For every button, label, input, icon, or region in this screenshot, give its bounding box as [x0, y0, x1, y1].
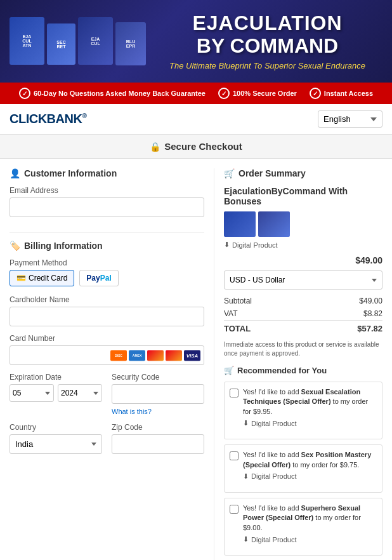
currency-selector[interactable]: USD - US Dollar EUR - Euro GBP - British…: [224, 270, 382, 290]
paypal-logo: PayPal: [86, 274, 111, 283]
subtotal-row: Subtotal $49.00: [224, 295, 382, 307]
main-content: 👤 Customer Information Email Address 🏷️ …: [0, 159, 392, 560]
product-thumbnail-1: [224, 211, 256, 237]
banner-tagline: The Ultimate Blueprint To Superior Sexua…: [152, 61, 382, 70]
country-label: Country: [10, 423, 102, 432]
book-cover-1: EJACULATN: [10, 17, 44, 65]
total-row: TOTAL $57.82: [224, 321, 382, 336]
order-totals-table: Subtotal $49.00 VAT $8.82 TOTAL $57.82: [224, 295, 382, 335]
payment-method-label: Payment Method: [10, 258, 204, 267]
product-name: EjaculationByCommand With Bonuses: [224, 186, 382, 206]
product-image-area: [224, 211, 382, 237]
download-icon-u2: ⬇: [243, 472, 249, 481]
amex-icon: AMEX: [129, 350, 145, 361]
upsell-digital-3: ⬇ Digital Product: [243, 535, 377, 543]
upsell-text-2: Yes! I'd like to add Sex Position Master…: [243, 450, 377, 470]
cardholder-input[interactable]: [10, 307, 204, 326]
hero-banner: EJACULATN SECRET EJACUL BLUEPR EJACULATI…: [0, 0, 392, 83]
mastercard-icon: [166, 350, 182, 361]
tag-icon: 🏷️: [10, 241, 20, 251]
star-icon: 🛒: [224, 366, 234, 375]
expiry-month-select[interactable]: 01020304 050607 0809101112: [10, 384, 54, 402]
cart-icon: 🛒: [224, 168, 235, 178]
guarantee-item-1: ✓ 60-Day No Questions Asked Money Back G…: [19, 88, 206, 99]
download-icon: ⬇: [224, 241, 230, 249]
credit-card-icon: 💳: [16, 274, 26, 283]
upsell-text-3: Yes! I'd like to add Superhero Sexual Po…: [243, 503, 377, 533]
expiry-security-row: Expiration Date 01020304 050607 08091011…: [10, 373, 204, 415]
vat-label: VAT: [224, 307, 307, 321]
language-selector[interactable]: English Spanish French German Portuguese: [318, 110, 382, 128]
vat-value: $8.82: [307, 307, 382, 321]
country-column: Country India United States United Kingd…: [10, 423, 102, 462]
security-code-label: Security Code: [112, 373, 204, 382]
check-icon-2: ✓: [218, 88, 230, 99]
product-thumbnail-2: [258, 211, 290, 237]
zip-label: Zip Code: [112, 423, 204, 432]
total-value: $57.82: [307, 321, 382, 336]
recommended-header: 🛒 Recommended for You: [224, 366, 382, 375]
upsell-checkbox-2[interactable]: [230, 451, 238, 460]
right-column: 🛒 Order Summary EjaculationByCommand Wit…: [214, 168, 382, 560]
guarantee-item-2: ✓ 100% Secure Order: [218, 88, 297, 99]
customer-info-header: 👤 Customer Information: [10, 168, 204, 178]
email-input[interactable]: [10, 197, 204, 217]
maestro-icon: [147, 350, 164, 361]
zip-input[interactable]: [112, 434, 204, 454]
clickbank-logo: CLICKBANK®: [10, 112, 86, 126]
expiry-column: Expiration Date 01020304 050607 08091011…: [10, 373, 102, 415]
banner-text: EJACULATION BY COMMAND The Ultimate Blue…: [146, 12, 382, 70]
expiry-label: Expiration Date: [10, 373, 102, 382]
what-is-this-link[interactable]: What is this?: [112, 408, 204, 415]
card-number-label: Card Number: [10, 334, 204, 343]
upsell-checkbox-1[interactable]: [230, 389, 238, 397]
vat-row: VAT $8.82: [224, 307, 382, 321]
country-select[interactable]: India United States United Kingdom Austr…: [10, 434, 102, 454]
book-cover-4: BLUEPR: [115, 22, 146, 65]
upsell-digital-1: ⬇ Digital Product: [243, 419, 377, 427]
visa-icon: VISA: [184, 350, 200, 361]
email-label: Email Address: [10, 186, 204, 195]
banner-title-line1: EJACULATION: [152, 12, 382, 34]
upsell-text-1: Yes! I'd like to add Sexual Escalation T…: [243, 387, 377, 417]
guarantee-item-3: ✓ Instant Access: [310, 88, 373, 99]
banner-title-line2: BY COMMAND: [152, 35, 382, 57]
book-cover-2: SECRET: [47, 23, 75, 65]
subtotal-value: $49.00: [307, 295, 382, 307]
country-zip-row: Country India United States United Kingd…: [10, 423, 204, 462]
billing-info-header: 🏷️ Billing Information: [10, 241, 204, 251]
security-code-column: Security Code What is this?: [112, 373, 204, 415]
check-icon-3: ✓: [310, 88, 321, 99]
download-icon-u1: ⬇: [243, 419, 249, 427]
book-covers: EJACULATN SECRET EJACUL BLUEPR: [10, 17, 146, 65]
check-icon-1: ✓: [19, 88, 30, 99]
upsell-digital-2: ⬇ Digital Product: [243, 472, 377, 481]
payment-method-selector: 💳 Credit Card PayPal: [10, 270, 204, 286]
download-icon-u3: ⬇: [243, 535, 249, 543]
zip-column: Zip Code: [112, 423, 204, 462]
expiry-year-select[interactable]: 202420252026 2027202820292030: [58, 384, 102, 402]
subtotal-label: Subtotal: [224, 295, 307, 307]
guarantee-bar: ✓ 60-Day No Questions Asked Money Back G…: [0, 83, 392, 104]
lock-icon: 🔒: [150, 142, 160, 152]
product-price: $49.00: [224, 255, 382, 265]
secure-checkout-bar: 🔒 Secure Checkout: [0, 135, 392, 159]
upsell-item-1: Yes! I'd like to add Sexual Escalation T…: [224, 382, 382, 439]
left-column: 👤 Customer Information Email Address 🏷️ …: [10, 168, 214, 560]
person-icon: 👤: [10, 168, 20, 178]
upsell-item-3: Yes! I'd like to add Superhero Sexual Po…: [224, 498, 382, 556]
card-number-wrapper: DISC AMEX VISA: [10, 345, 204, 365]
total-label: TOTAL: [224, 321, 307, 336]
digital-product-badge: ⬇ Digital Product: [224, 241, 382, 249]
expiry-selects: 01020304 050607 0809101112 202420252026 …: [10, 384, 102, 402]
paypal-button[interactable]: PayPal: [79, 270, 118, 286]
upsell-checkbox-3[interactable]: [230, 505, 238, 514]
cardholder-label: Cardholder Name: [10, 295, 204, 304]
discover-icon: DISC: [110, 350, 127, 361]
card-type-icons: DISC AMEX VISA: [110, 350, 200, 361]
order-summary-header: 🛒 Order Summary: [224, 168, 382, 178]
access-note: Immediate access to this product or serv…: [224, 340, 382, 358]
site-header: CLICKBANK® English Spanish French German…: [0, 104, 392, 135]
security-code-input[interactable]: [112, 384, 204, 404]
credit-card-button[interactable]: 💳 Credit Card: [10, 270, 74, 286]
